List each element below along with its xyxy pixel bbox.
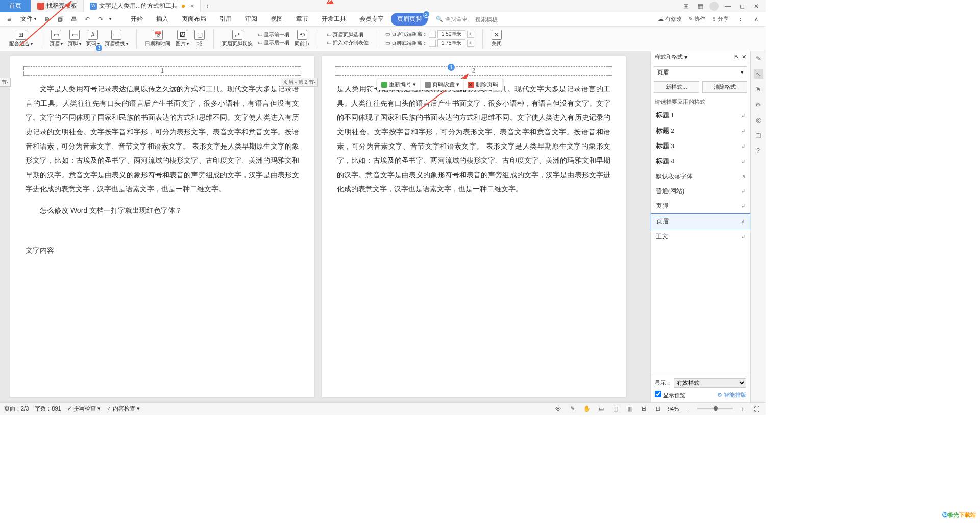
style-item[interactable]: 普通(网站)↲	[651, 184, 750, 199]
pin-icon[interactable]: ⇱	[734, 54, 739, 60]
plus-button[interactable]: +	[467, 40, 474, 47]
maximize-button[interactable]: ◻	[737, 1, 747, 11]
close-panel-icon[interactable]: ✕	[742, 54, 746, 60]
styles-panel: 样式和格式 ▾ ⇱ ✕ 页眉▾ 新样式... 清除格式 请选择要应用的格式 标题…	[650, 51, 750, 402]
style-item[interactable]: 正文↲	[651, 229, 750, 244]
select-icon[interactable]: ↖	[754, 69, 763, 79]
menu-review[interactable]: 审阅	[239, 13, 263, 26]
book-icon[interactable]: ▢	[754, 131, 763, 140]
search-box[interactable]: 🔍 查找命令、	[436, 15, 526, 23]
show-filter[interactable]: 显示： 有效样式	[655, 378, 746, 388]
zoom-in-icon[interactable]: +	[737, 404, 747, 414]
collab-button[interactable]: ✎协作	[688, 15, 705, 23]
cursor-icon[interactable]: 🖱	[754, 85, 763, 94]
layout-icon[interactable]: ⊞	[681, 1, 691, 11]
minimize-button[interactable]: —	[723, 1, 733, 11]
ruler-icon[interactable]: ⊟	[639, 404, 649, 414]
style-item[interactable]: 标题 3↲	[651, 138, 750, 154]
search-input[interactable]	[475, 16, 526, 22]
style-item[interactable]: 标题 1↲	[651, 108, 750, 123]
smart-layout-link[interactable]: ⚙ 智能排版	[717, 391, 746, 399]
zoom-out-icon[interactable]: −	[683, 404, 693, 414]
minus-button[interactable]: −	[429, 40, 436, 47]
menu-layout[interactable]: 页面布局	[176, 13, 212, 26]
renumber-button[interactable]: 重新编号▾	[377, 79, 421, 90]
clear-format-button[interactable]: 清除格式	[702, 81, 748, 93]
fit-icon[interactable]: ⊡	[653, 404, 664, 414]
switch-button[interactable]: ⇄页眉页脚切换	[220, 29, 255, 49]
grid-icon[interactable]: ▦	[695, 1, 705, 11]
header-distance-input[interactable]: 1.50厘米	[437, 30, 465, 38]
view-mode-1-icon[interactable]: ▭	[596, 404, 606, 414]
style-item-selected[interactable]: 页眉↲	[651, 213, 750, 229]
menu-icon[interactable]: ≡	[4, 14, 14, 25]
menu-ref[interactable]: 引用	[213, 13, 238, 26]
redo-icon[interactable]: ↷	[95, 14, 106, 25]
panel-section-label: 请选择要应用的格式	[651, 96, 750, 108]
menu-header-footer[interactable]: 页眉页脚 2	[391, 13, 428, 26]
new-style-button[interactable]: 新样式...	[654, 81, 699, 93]
annotation-badge-3: 3	[95, 44, 103, 52]
style-item[interactable]: 默认段落字体a	[651, 169, 750, 184]
footer-distance: ▭页脚底端距离： − 1.75厘米 +	[385, 39, 474, 47]
content-check[interactable]: ✓ 内容检查 ▾	[107, 405, 140, 413]
spell-check[interactable]: ✓ 拼写检查 ▾	[67, 405, 101, 413]
collapse-ribbon-icon[interactable]: ∧	[751, 14, 762, 25]
menu-section[interactable]: 章节	[290, 13, 314, 26]
minus-button[interactable]: −	[429, 31, 436, 38]
options-button[interactable]: ▭ 页眉页脚选项	[327, 31, 369, 38]
renumber-icon	[381, 82, 387, 88]
undo-icon[interactable]: ↶	[82, 14, 92, 25]
share-button[interactable]: ⇪分享	[712, 15, 729, 23]
menu-insert[interactable]: 插入	[150, 13, 175, 26]
location-icon[interactable]: ◎	[754, 115, 763, 125]
eye-icon[interactable]: 👁	[553, 404, 564, 414]
chevron-down-icon[interactable]: ▾	[109, 17, 111, 21]
pencil-icon[interactable]: ✎	[754, 54, 763, 63]
current-style-select[interactable]: 页眉▾	[654, 66, 747, 78]
view-mode-3-icon[interactable]: ▥	[625, 404, 635, 414]
show-next-button[interactable]: ▭ 显示后一项	[258, 39, 289, 46]
same-prev-button[interactable]: ⟲同前节	[292, 29, 312, 49]
unsaved-indicator[interactable]: ☁有修改	[658, 15, 682, 23]
menu-member[interactable]: 会员专享	[353, 13, 390, 26]
close-icon[interactable]: ✕	[190, 3, 194, 9]
datetime-button[interactable]: 📅日期和时间	[143, 29, 173, 49]
style-item[interactable]: 标题 2↲	[651, 123, 750, 138]
header-line-button[interactable]: —页眉横线▾	[103, 29, 130, 49]
field-button[interactable]: ▢域	[192, 29, 207, 49]
picture-button[interactable]: 🖼图片▾	[174, 29, 191, 49]
search-icon: 🔍	[436, 16, 443, 22]
view-mode-2-icon[interactable]: ◫	[610, 404, 621, 414]
tab-document[interactable]: 文字是人类用...的方式和工具 ✕	[84, 0, 201, 12]
tabstop-button[interactable]: ▭ 插入对齐制表位	[327, 39, 369, 46]
menu-start[interactable]: 开始	[125, 13, 149, 26]
close-button[interactable]: ✕	[751, 1, 762, 11]
document-area[interactable]: 1 页眉 - 第 1 节- 文字是人类用符号记录表达信息以传之久远的方式和工具。…	[0, 51, 650, 402]
new-tab-button[interactable]: +	[201, 3, 214, 10]
avatar[interactable]	[709, 2, 719, 11]
menu-view[interactable]: 视图	[264, 13, 289, 26]
show-prev-button[interactable]: ▭ 显示前一项	[258, 31, 289, 38]
more-icon[interactable]: ⋮	[735, 14, 745, 25]
page-setup-button[interactable]: 页码设置▾	[421, 79, 464, 90]
help-icon[interactable]: ?	[754, 146, 763, 155]
delete-pagenum-button[interactable]: ✕删除页码	[464, 79, 503, 90]
page-indicator[interactable]: 页面：2/3	[4, 405, 29, 413]
style-item[interactable]: 页脚↲	[651, 199, 750, 213]
menu-dev[interactable]: 开发工具	[315, 13, 352, 26]
expand-icon[interactable]: ⛶	[751, 404, 762, 414]
show-preview-check[interactable]: 显示预览	[655, 391, 685, 399]
edit-mode-icon[interactable]: ✎	[568, 404, 578, 414]
style-item[interactable]: 标题 4↲	[651, 154, 750, 169]
close-hf-button[interactable]: ✕关闭	[489, 29, 504, 49]
pagenum-button[interactable]: #页码▾ 3	[84, 29, 102, 49]
word-count[interactable]: 字数：891	[35, 405, 61, 413]
plus-button[interactable]: +	[467, 31, 474, 38]
hand-icon[interactable]: ✋	[582, 404, 592, 414]
zoom-level[interactable]: 94%	[668, 406, 679, 412]
annotation-badge-1: 1	[447, 63, 455, 71]
zoom-slider[interactable]	[697, 408, 733, 409]
settings-icon[interactable]: ⚙	[754, 100, 763, 109]
footer-distance-input[interactable]: 1.75厘米	[437, 39, 465, 47]
